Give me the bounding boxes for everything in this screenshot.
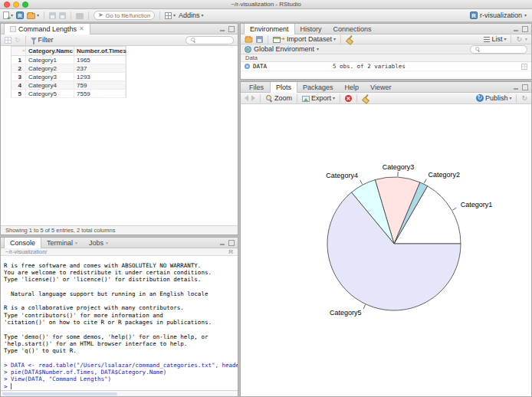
tab-history[interactable]: History xyxy=(295,24,328,34)
project-name: r-visualization xyxy=(480,11,522,19)
goto-file-search[interactable]: ➤ xyxy=(94,11,155,20)
tab-environment[interactable]: Environment xyxy=(244,24,295,34)
column-header[interactable]: ▴Number.of.Times xyxy=(74,47,126,55)
next-plot-icon[interactable] xyxy=(251,95,255,101)
console-output-line: R is a collaborative project with many c… xyxy=(4,304,235,311)
object-summary: 5 obs. of 2 variables xyxy=(333,63,518,70)
tab-connections[interactable]: Connections xyxy=(328,24,378,34)
environment-scope[interactable]: Global Environment xyxy=(254,45,314,53)
goto-file-input[interactable] xyxy=(106,12,150,19)
minimize-pane-button[interactable] xyxy=(219,26,225,32)
open-file-button[interactable]: ▾ xyxy=(27,11,39,19)
list-view-button[interactable]: List ▾ xyxy=(484,35,506,43)
tab-console[interactable]: Console xyxy=(4,238,41,248)
previous-plot-icon[interactable] xyxy=(245,95,248,101)
minimize-pane-button[interactable] xyxy=(219,240,225,246)
jobs-tab-label: Jobs xyxy=(89,239,103,247)
environment-object-row[interactable]: DATA 5 obs. of 2 variables xyxy=(241,62,531,71)
import-dataset-button[interactable]: ➜ Import Dataset ▾ xyxy=(273,35,336,43)
maximize-pane-button[interactable] xyxy=(522,26,528,32)
table-row[interactable]: 4Category4759 xyxy=(11,81,126,90)
r-project-icon: R xyxy=(16,11,24,19)
toolbar-separator xyxy=(340,94,340,103)
refresh-icon[interactable]: ↻ xyxy=(15,37,21,44)
open-folder-icon xyxy=(27,13,35,19)
remove-plot-icon[interactable]: ✕ xyxy=(345,95,352,102)
save-workspace-icon[interactable] xyxy=(256,36,263,43)
console-horizontal-scrollbar[interactable] xyxy=(1,390,238,396)
environment-pane: Environment History Connections ➜ Import… xyxy=(240,23,532,80)
save-button[interactable] xyxy=(49,12,56,19)
row-number: 3 xyxy=(11,73,26,80)
pie-label: Category3 xyxy=(383,163,415,171)
console-cursor xyxy=(11,383,11,389)
chevron-down-icon: ▾ xyxy=(37,13,39,18)
search-icon xyxy=(475,47,481,52)
tab-jobs[interactable]: Jobs ▾ xyxy=(84,238,114,248)
console-output[interactable]: Platform: x86_64-apple-darwin15.6.0 (64-… xyxy=(1,257,238,390)
tab-files[interactable]: Files xyxy=(244,82,270,92)
title-bar: ~/r-visualization - RStudio xyxy=(0,0,532,9)
viewer-tab-label: Command Lengths xyxy=(18,25,77,33)
minimize-pane-button[interactable] xyxy=(513,26,519,32)
tab-help[interactable]: Help xyxy=(340,82,366,92)
new-project-button[interactable]: R xyxy=(16,11,24,19)
environment-search-input[interactable] xyxy=(483,47,524,52)
table-cell: 1293 xyxy=(74,73,126,80)
clear-objects-broom-icon[interactable] xyxy=(346,35,353,43)
zoom-plot-button[interactable]: Zoom xyxy=(265,94,292,102)
scrollbar-thumb[interactable] xyxy=(2,392,117,395)
load-workspace-icon[interactable] xyxy=(245,37,253,42)
pie-label: Category1 xyxy=(461,201,493,208)
table-row[interactable]: 5Category57559 xyxy=(11,90,126,98)
environment-search-box[interactable] xyxy=(470,45,527,54)
viewer-search-box[interactable] xyxy=(186,36,234,44)
viewer-search-input[interactable] xyxy=(199,38,230,43)
viewer-status-text: Showing 1 to 5 of 5 entries, 2 total col… xyxy=(1,225,238,235)
export-label: Export xyxy=(311,94,331,102)
new-file-button[interactable]: ▾ xyxy=(3,11,13,19)
tab-plots[interactable]: Plots xyxy=(270,82,297,93)
maximize-pane-button[interactable] xyxy=(228,26,235,32)
console-output-line: Type 'license()' or 'licence()' for dist… xyxy=(4,276,235,283)
tab-command-lengths[interactable]: Command Lengths ✕ xyxy=(4,24,90,34)
tab-terminal[interactable]: Terminal ▾ xyxy=(41,238,84,248)
view-table-icon[interactable] xyxy=(521,64,527,70)
maximize-pane-button[interactable] xyxy=(522,84,528,90)
print-icon xyxy=(76,13,84,19)
tab-viewer[interactable]: Viewer xyxy=(365,82,397,92)
table-row[interactable]: 2Category2237 xyxy=(11,64,126,73)
minimize-pane-button[interactable] xyxy=(513,84,519,90)
open-in-window-icon[interactable] xyxy=(5,37,11,44)
print-button[interactable] xyxy=(76,11,84,19)
table-row[interactable]: 3Category31293 xyxy=(11,73,126,81)
clear-all-plots-broom-icon[interactable] xyxy=(362,94,369,102)
addins-button[interactable]: Addins ▾ xyxy=(179,11,204,19)
environment-tab-label: Environment xyxy=(250,25,289,33)
tab-packages[interactable]: Packages xyxy=(297,82,340,92)
publish-button[interactable]: ↻ Publish ▾ xyxy=(476,94,512,102)
console-output-line xyxy=(4,284,235,290)
close-icon[interactable]: ✕ xyxy=(79,26,84,32)
refresh-icon[interactable]: ↻ xyxy=(516,36,522,43)
row-number: 5 xyxy=(11,90,26,97)
row-number-header[interactable]: ▴ xyxy=(11,47,26,55)
project-selector[interactable]: R r-visualization ▾ xyxy=(470,11,529,19)
console-output-line xyxy=(4,326,235,333)
console-output-line: Type 'q()' to quit R. xyxy=(4,347,235,354)
maximize-pane-button[interactable] xyxy=(228,240,235,246)
save-all-button[interactable] xyxy=(59,12,66,19)
pane-layout-button[interactable]: ▾ xyxy=(165,12,176,19)
table-row[interactable]: 1Category11965 xyxy=(11,56,126,64)
pie-label: Category5 xyxy=(330,309,362,317)
refresh-icon[interactable]: ↻ xyxy=(521,95,527,102)
zoom-label: Zoom xyxy=(274,94,292,102)
environment-scope-row: Global Environment ▾ xyxy=(241,44,531,54)
console-output-line: Type 'demo()' for some demos, 'help()' f… xyxy=(4,333,235,340)
console-tab-label: Console xyxy=(10,239,35,247)
column-header[interactable]: ▴Category.Name xyxy=(26,47,74,55)
console-output-line: R is free software and comes with ABSOLU… xyxy=(4,262,235,269)
export-plot-button[interactable]: Export ▾ xyxy=(302,94,335,102)
filter-button[interactable]: Filter xyxy=(31,36,54,44)
table-cell: Category2 xyxy=(26,64,74,72)
